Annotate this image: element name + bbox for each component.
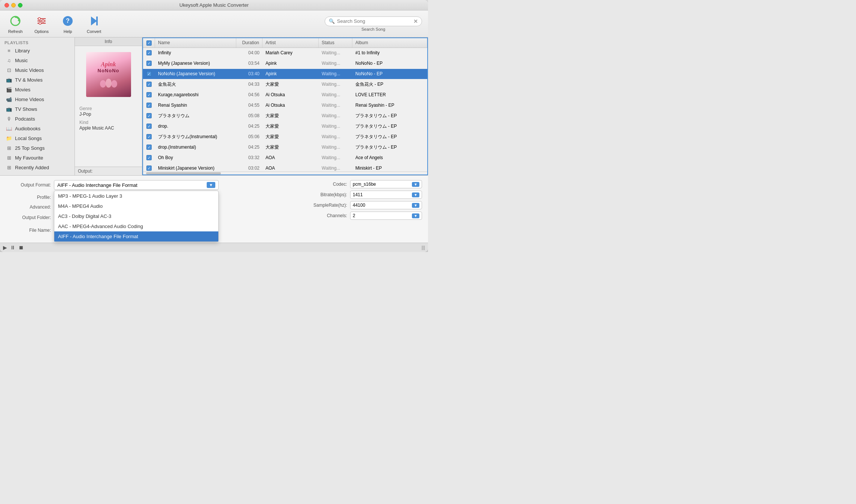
format-dropdown-menu[interactable]: MP3 - MPEG-1 Audio Layer 3 M4A - MPEG4 A… [54,191,219,242]
close-button[interactable] [4,3,9,7]
row-check[interactable]: ✓ [143,91,155,99]
row-duration: 05:08 [236,112,262,120]
sidebar-item-local-songs[interactable]: 📁 Local Songs [1,134,73,143]
search-label: Search Song [361,27,385,31]
search-clear-icon[interactable]: ✕ [413,18,418,24]
format-option-ac3[interactable]: AC3 - Dolby Digital AC-3 [54,211,218,221]
music-icon: ♫ [6,58,12,63]
row-checkbox[interactable]: ✓ [146,124,152,129]
row-checkbox[interactable]: ✓ [146,166,152,171]
row-check[interactable]: ✓ [143,49,155,57]
row-checkbox[interactable]: ✓ [146,71,152,76]
table-row[interactable]: ✓ MyMy (Japanese Version) 03:54 Apink Wa… [143,58,427,69]
format-dropdown[interactable]: AIFF - Audio Interchange File Format ▼ M… [54,180,219,190]
search-box[interactable]: 🔍 ✕ [325,16,422,26]
samplerate-select[interactable]: 44100 ▼ [350,201,422,209]
row-checkbox[interactable]: ✓ [146,50,152,55]
table-row[interactable]: ✓ drop.(Instrumental) 04:25 大家愛 Waiting.… [143,142,427,153]
codec-select[interactable]: pcm_s16be ▼ [350,180,422,188]
row-check[interactable]: ✓ [143,122,155,131]
format-dropdown-arrow[interactable]: ▼ [207,182,215,188]
convert-button[interactable]: Convert [85,14,103,34]
sidebar-item-music[interactable]: ♫ Music [1,56,73,65]
stop-button[interactable]: ⏹ [18,245,24,251]
maximize-button[interactable] [18,3,22,7]
table-row[interactable]: ✓ drop. 04:25 大家愛 Waiting... プラネタリウム - E… [143,121,427,132]
sidebar-item-home-videos[interactable]: 📹 Home Videos [1,95,73,104]
row-checkbox[interactable]: ✓ [146,92,152,97]
row-check[interactable]: ✓ [143,70,155,78]
codec-value: pcm_s16be [353,182,376,187]
format-option-aac[interactable]: AAC - MPEG4-Advanced Audio Coding [54,221,218,231]
row-check[interactable]: ✓ [143,101,155,110]
horizontal-scrollbar[interactable] [146,172,221,174]
format-option-m4a[interactable]: M4A - MPEG4 Audio [54,201,218,211]
row-checkbox[interactable]: ✓ [146,103,152,108]
row-artist: AOA [262,154,319,162]
table-row[interactable]: ✓ プラネタリウム 05:08 大家愛 Waiting... プラネタリウム -… [143,111,427,121]
table-row[interactable]: ✓ Miniskirt (Japanese Version) 03:02 AOA… [143,163,427,172]
table-row[interactable]: ✓ Renai Syashin 04:55 Ai Otsuka Waiting.… [143,100,427,111]
sidebar-item-recently-added-2[interactable]: ⊞ Recently Added [1,173,73,175]
sidebar-item-tv-shows[interactable]: 📺 TV Shows [1,104,73,114]
sidebar-item-podcasts[interactable]: 🎙 Podcasts [1,114,73,124]
local-songs-icon: 📁 [6,136,12,141]
row-check[interactable]: ✓ [143,59,155,68]
svg-point-6 [42,20,44,22]
format-option-mp3[interactable]: MP3 - MPEG-1 Audio Layer 3 [54,191,218,201]
song-table[interactable]: ✓ Name Duration Artist Status Album ✓ In… [143,38,427,171]
sidebar-item-audiobooks[interactable]: 📖 Audiobooks [1,124,73,133]
sidebar-item-local-songs-label: Local Songs [15,136,42,141]
codec-arrow[interactable]: ▼ [412,182,419,187]
col-artist: Artist [262,38,319,48]
recently-added-1-icon: ⊞ [6,165,12,170]
row-checkbox[interactable]: ✓ [146,61,152,66]
refresh-button[interactable]: Refresh [6,14,25,34]
search-input[interactable] [337,18,411,24]
sidebar-item-recently-added-1[interactable]: ⊞ Recently Added [1,163,73,172]
samplerate-arrow[interactable]: ▼ [412,203,419,208]
table-row[interactable]: ✓ Oh Boy 03:32 AOA Waiting... Ace of Ang… [143,153,427,163]
sidebar-item-my-favourite[interactable]: ⊞ My Favourite [1,153,73,163]
bitrate-arrow[interactable]: ▼ [412,192,419,197]
row-name: drop. [155,122,236,130]
genre-label: Genre [79,106,137,111]
table-row[interactable]: ✓ Kurage,nagareboshi 04:56 Ai Otsuka Wai… [143,90,427,100]
table-row[interactable]: ✓ 金魚花火 04:33 大家愛 Waiting... 金魚花火 - EP [143,79,427,90]
row-check[interactable]: ✓ [143,133,155,141]
table-row[interactable]: ✓ Infinity 04:00 Mariah Carey Waiting...… [143,48,427,58]
channels-label: Channels: [302,213,347,218]
sidebar-item-library[interactable]: ≡ Library [1,46,73,55]
options-button[interactable]: Options [32,14,51,34]
row-check[interactable]: ✓ [143,112,155,120]
sidebar-item-recently-added-1-label: Recently Added [15,165,49,170]
row-checkbox[interactable]: ✓ [146,155,152,160]
select-all-checkbox[interactable]: ✓ [146,40,152,46]
format-dropdown-selected[interactable]: AIFF - Audio Interchange File Format ▼ [54,180,219,190]
play-button[interactable]: ▶ [3,245,7,251]
table-row[interactable]: ✓ プラネタリウム(Instrumental) 05:06 大家愛 Waitin… [143,132,427,142]
row-checkbox[interactable]: ✓ [146,134,152,139]
sidebar-item-25-top-songs[interactable]: ⊞ 25 Top Songs [1,143,73,153]
sidebar-item-music-videos[interactable]: ⊡ Music Videos [1,66,73,75]
format-option-aiff[interactable]: AIFF - Audio Interchange File Format [54,231,218,242]
pause-button[interactable]: ⏸ [10,245,15,251]
row-checkbox[interactable]: ✓ [146,82,152,87]
row-check[interactable]: ✓ [143,80,155,89]
help-button[interactable]: ? Help [58,14,77,34]
row-checkbox[interactable]: ✓ [146,113,152,118]
sidebar-item-movies[interactable]: 🎬 Movies [1,85,73,94]
row-check[interactable]: ✓ [143,154,155,162]
col-check[interactable]: ✓ [143,38,155,48]
traffic-lights [4,3,22,7]
output-format-row: Output Format: AIFF - Audio Interchange … [6,180,287,190]
sidebar-item-tv-movies[interactable]: 📺 TV & Movies [1,75,73,85]
table-row[interactable]: ✓ NoNoNo (Japanese Version) 03:40 Apink … [143,69,427,79]
minimize-button[interactable] [11,3,16,7]
row-check[interactable]: ✓ [143,164,155,171]
row-checkbox[interactable]: ✓ [146,145,152,150]
channels-select[interactable]: 2 ▼ [350,212,422,220]
bitrate-select[interactable]: 1411 ▼ [350,191,422,199]
row-check[interactable]: ✓ [143,143,155,152]
channels-arrow[interactable]: ▼ [412,213,419,218]
